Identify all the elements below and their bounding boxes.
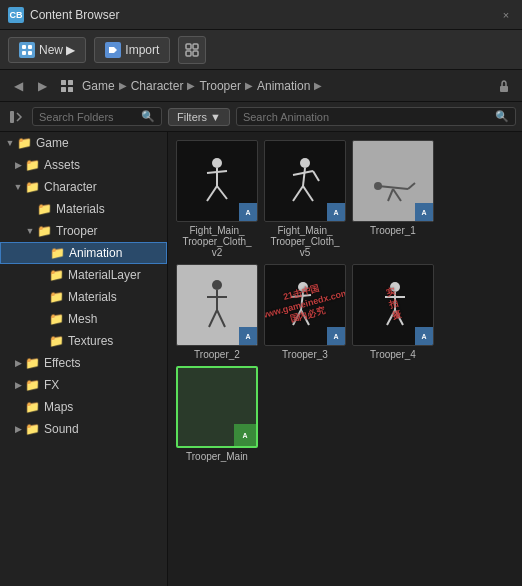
asset-type-badge: A xyxy=(239,327,257,345)
asset-type-badge: A xyxy=(234,424,256,446)
svg-rect-12 xyxy=(500,86,508,92)
asset-thumbnail: 实拍摄 A xyxy=(352,264,434,346)
breadcrumb-game[interactable]: Game xyxy=(82,79,115,93)
asset-label: Trooper_1 xyxy=(352,225,434,236)
search-folders-box[interactable]: 🔍 xyxy=(32,107,162,126)
search-content-box[interactable]: 🔍 xyxy=(236,107,516,126)
back-button[interactable]: ◀ xyxy=(8,76,28,96)
svg-line-22 xyxy=(293,186,303,201)
import-button[interactable]: Import xyxy=(94,37,170,63)
list-item[interactable]: A Trooper_1 xyxy=(352,140,434,258)
svg-line-38 xyxy=(293,310,301,325)
asset-type-badge: A xyxy=(327,327,345,345)
search-folders-input[interactable] xyxy=(39,111,141,123)
sidebar-label-game: Game xyxy=(36,136,69,150)
svg-line-37 xyxy=(291,295,311,297)
folder-sound-icon: 📁 xyxy=(24,422,40,436)
folder-textures-icon: 📁 xyxy=(48,334,64,348)
settings-button[interactable] xyxy=(178,36,206,64)
svg-rect-11 xyxy=(68,87,73,92)
svg-point-30 xyxy=(212,280,222,290)
asset-label: Trooper_3 xyxy=(264,349,346,360)
filters-button[interactable]: Filters ▼ xyxy=(168,108,230,126)
sidebar-item-materials-char[interactable]: ▶ 📁 Materials xyxy=(0,198,167,220)
list-item[interactable]: A Fight_Main_Trooper_Cloth_v5 xyxy=(264,140,346,258)
asset-thumbnail: 21击中国www.gameinedx.com国内必究 A xyxy=(264,264,346,346)
svg-line-17 xyxy=(207,186,217,201)
svg-line-20 xyxy=(303,168,305,186)
expand-character-icon: ▼ xyxy=(12,182,24,192)
collapse-sidebar-button[interactable] xyxy=(6,107,26,127)
asset-type-badge: A xyxy=(415,327,433,345)
breadcrumb-animation[interactable]: Animation xyxy=(257,79,310,93)
sidebar-label-materiallayer: MaterialLayer xyxy=(68,268,141,282)
lock-button[interactable] xyxy=(494,76,514,96)
asset-type-badge: A xyxy=(239,203,257,221)
new-button[interactable]: New ▶ xyxy=(8,37,86,63)
svg-point-14 xyxy=(212,158,222,168)
sidebar-item-character[interactable]: ▼ 📁 Character xyxy=(0,176,167,198)
search-content-icon[interactable]: 🔍 xyxy=(495,110,509,123)
svg-line-24 xyxy=(313,171,319,181)
sidebar-item-assets[interactable]: ▶ 📁 Assets xyxy=(0,154,167,176)
forward-button[interactable]: ▶ xyxy=(32,76,52,96)
asset-thumbnail: A xyxy=(176,264,258,346)
expand-effects-icon: ▶ xyxy=(12,358,24,368)
svg-rect-2 xyxy=(22,51,26,55)
svg-line-27 xyxy=(388,189,393,201)
list-item[interactable]: 21击中国www.gameinedx.com国内必究 A Trooper_3 xyxy=(264,264,346,360)
breadcrumb-character[interactable]: Character xyxy=(131,79,184,93)
svg-line-33 xyxy=(209,310,217,327)
sidebar-label-materials-trooper: Materials xyxy=(68,290,117,304)
sidebar-item-textures[interactable]: ▶ 📁 Textures xyxy=(0,330,167,352)
folder-trooper-icon: 📁 xyxy=(36,224,52,238)
close-button[interactable]: × xyxy=(498,7,514,23)
sidebar-item-materials-trooper[interactable]: ▶ 📁 Materials xyxy=(0,286,167,308)
sidebar-item-materiallayer[interactable]: ▶ 📁 MaterialLayer xyxy=(0,264,167,286)
list-item[interactable]: 实拍摄 A Trooper_4 xyxy=(352,264,434,360)
breadcrumb-trooper[interactable]: Trooper xyxy=(199,79,241,93)
svg-point-35 xyxy=(298,282,308,292)
sidebar-item-fx[interactable]: ▶ 📁 FX xyxy=(0,374,167,396)
search-folders-icon[interactable]: 🔍 xyxy=(141,110,155,123)
sidebar: ▼ 📁 Game ▶ 📁 Assets ▼ 📁 Character ▶ 📁 Ma… xyxy=(0,132,168,586)
expand-game-icon: ▼ xyxy=(4,138,16,148)
sidebar-item-trooper[interactable]: ▼ 📁 Trooper xyxy=(0,220,167,242)
sidebar-label-sound: Sound xyxy=(44,422,79,436)
sidebar-label-textures: Textures xyxy=(68,334,113,348)
sidebar-item-sound[interactable]: ▶ 📁 Sound xyxy=(0,418,167,440)
toolbar: New ▶ Import xyxy=(0,30,522,70)
folder-game-icon: 📁 xyxy=(16,136,32,150)
sidebar-label-maps: Maps xyxy=(44,400,73,414)
sidebar-label-materials-char: Materials xyxy=(56,202,105,216)
svg-rect-13 xyxy=(10,111,14,123)
list-item[interactable]: A Fight_Main_Trooper_Cloth_v2 xyxy=(176,140,258,258)
expand-sound-icon: ▶ xyxy=(12,424,24,434)
svg-line-36 xyxy=(301,292,303,310)
expand-assets-icon: ▶ xyxy=(12,160,24,170)
svg-line-18 xyxy=(217,186,227,199)
new-icon xyxy=(19,42,35,58)
svg-line-23 xyxy=(303,186,313,201)
sidebar-item-game[interactable]: ▼ 📁 Game xyxy=(0,132,167,154)
list-item[interactable]: A Trooper_Main xyxy=(176,366,258,462)
sidebar-label-trooper: Trooper xyxy=(56,224,98,238)
sidebar-item-effects[interactable]: ▶ 📁 Effects xyxy=(0,352,167,374)
svg-line-34 xyxy=(217,310,225,327)
main-layout: ▼ 📁 Game ▶ 📁 Assets ▼ 📁 Character ▶ 📁 Ma… xyxy=(0,132,522,586)
svg-point-19 xyxy=(300,158,310,168)
sidebar-item-maps[interactable]: ▶ 📁 Maps xyxy=(0,396,167,418)
svg-point-40 xyxy=(390,282,400,292)
folder-materiallayer-icon: 📁 xyxy=(48,268,64,282)
breadcrumb-grid-icon[interactable] xyxy=(60,79,74,93)
svg-rect-0 xyxy=(22,45,26,49)
svg-rect-6 xyxy=(186,51,191,56)
sidebar-label-character: Character xyxy=(44,180,97,194)
sidebar-label-animation: Animation xyxy=(69,246,122,260)
sidebar-item-animation[interactable]: ▶ 📁 Animation xyxy=(0,242,167,264)
search-content-input[interactable] xyxy=(243,111,495,123)
title-bar: CB Content Browser × xyxy=(0,0,522,30)
sidebar-item-mesh[interactable]: ▶ 📁 Mesh xyxy=(0,308,167,330)
list-item[interactable]: A Trooper_2 xyxy=(176,264,258,360)
svg-line-21 xyxy=(293,171,313,175)
